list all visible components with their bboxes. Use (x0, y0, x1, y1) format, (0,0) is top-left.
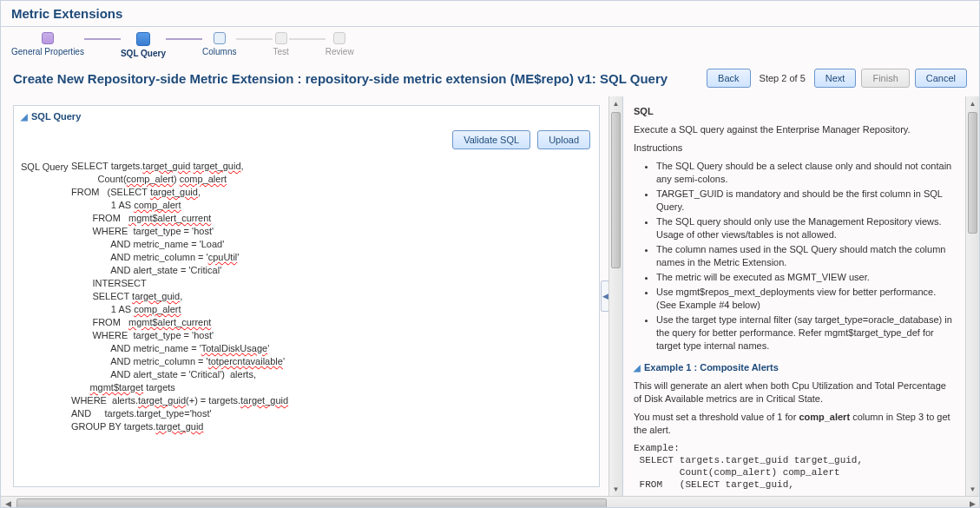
step-indicator: Step 2 of 5 (760, 73, 806, 83)
instruction-item: The SQL Query should be a select clause … (656, 160, 955, 186)
train-label: Columns (202, 47, 236, 56)
subheader-title: Create New Repository-side Metric Extens… (13, 71, 668, 86)
train-box-icon (136, 32, 150, 46)
example-header[interactable]: ◢ Example 1 : Composite Alerts (634, 361, 955, 374)
panel-title: SQL Query (31, 111, 81, 122)
instruction-item: The SQL query should only use the Manage… (656, 215, 955, 241)
train-box-icon (333, 32, 345, 44)
scroll-down-arrow-icon[interactable]: ▼ (609, 482, 622, 496)
train-stop-general-properties[interactable]: General Properties (11, 32, 84, 56)
horizontal-scrollbar[interactable]: ◀ ▶ (1, 496, 979, 508)
example-code: Example: SELECT targets.target_guid targ… (634, 442, 955, 491)
train-stop-sql-query[interactable]: SQL Query (121, 32, 166, 58)
splitter-handle[interactable]: ◀ (601, 280, 608, 312)
next-button[interactable]: Next (814, 69, 857, 88)
disclosure-icon[interactable]: ◢ (21, 112, 28, 122)
scroll-up-arrow-icon[interactable]: ▲ (609, 96, 622, 110)
disclosure-icon[interactable]: ◢ (634, 361, 641, 374)
train-box-icon (42, 32, 54, 44)
back-button[interactable]: Back (707, 69, 750, 88)
train-label: SQL Query (121, 49, 166, 58)
example-p2: You must set a threshold value of 1 for … (634, 411, 955, 437)
train-stop-columns[interactable]: Columns (202, 32, 236, 56)
validate-sql-button[interactable]: Validate SQL (452, 130, 530, 149)
instruction-item: TARGET_GUID is mandatory and should be t… (656, 188, 955, 214)
left-vertical-scrollbar[interactable]: ▲ ▼ (608, 96, 622, 496)
wizard-actions: Back Step 2 of 5 Next Finish Cancel (707, 69, 967, 88)
right-vertical-scrollbar[interactable]: ▲ ▼ (965, 96, 979, 496)
instructions-list: The SQL Query should be a select clause … (634, 160, 955, 353)
panel-toolbar: Validate SQL Upload (14, 127, 599, 156)
finish-button: Finish (861, 69, 909, 88)
scroll-thumb[interactable] (611, 112, 621, 268)
wizard-train: General PropertiesSQL QueryColumnsTestRe… (1, 27, 979, 62)
left-pane: ◢ SQL Query Validate SQL Upload SQL Quer… (1, 96, 608, 496)
instructions-label: Instructions (634, 142, 955, 155)
instruction-item: Use mgmt$repos_mext_deployments view for… (656, 286, 955, 312)
content-row: ◢ SQL Query Validate SQL Upload SQL Quer… (1, 96, 979, 496)
subheader-row: Create New Repository-side Metric Extens… (1, 62, 979, 96)
scroll-up-arrow-icon[interactable]: ▲ (966, 96, 979, 110)
example-p1: This will generate an alert when both Cp… (634, 379, 955, 406)
sql-query-label: SQL Query (21, 160, 71, 479)
train-label: Test (273, 47, 288, 56)
scroll-thumb[interactable] (968, 112, 977, 234)
help-title: SQL (634, 105, 955, 118)
scroll-right-arrow-icon[interactable]: ▶ (965, 499, 979, 508)
example-title: Example 1 : Composite Alerts (644, 361, 779, 374)
scroll-left-arrow-icon[interactable]: ◀ (1, 499, 15, 508)
upload-button[interactable]: Upload (537, 130, 590, 149)
help-pane: SQL Execute a SQL query against the Ente… (622, 96, 965, 496)
sql-query-textarea[interactable]: SELECT targets.target_guid target_guid, … (71, 160, 592, 479)
page-title: Metric Extensions (1, 1, 979, 27)
help-intro: Execute a SQL query against the Enterpri… (634, 123, 955, 136)
train-box-icon (214, 32, 226, 44)
train-box-icon (275, 32, 287, 44)
cancel-button[interactable]: Cancel (915, 69, 967, 88)
scroll-down-arrow-icon[interactable]: ▼ (966, 482, 979, 496)
sql-query-panel: ◢ SQL Query Validate SQL Upload SQL Quer… (13, 105, 600, 487)
scroll-thumb[interactable] (16, 498, 607, 508)
instruction-item: Use the target type internal filter (say… (656, 313, 955, 353)
train-stop-test[interactable]: Test (273, 32, 288, 56)
train-stop-review[interactable]: Review (326, 32, 354, 56)
train-label: Review (326, 47, 354, 56)
train-label: General Properties (11, 47, 84, 56)
instruction-item: The column names used in the SQL Query s… (656, 243, 955, 269)
instruction-item: The metric will be executed as MGMT_VIEW… (656, 271, 955, 284)
panel-header[interactable]: ◢ SQL Query (14, 106, 599, 127)
